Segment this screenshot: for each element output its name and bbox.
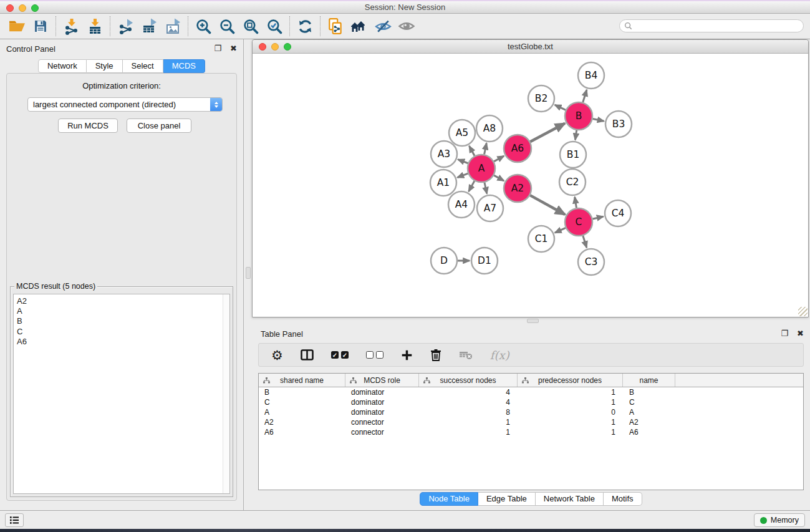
graph-edge[interactable] <box>494 175 504 181</box>
graph-edge[interactable] <box>593 119 604 122</box>
table-row[interactable]: A2 connector 1 1 A2 <box>259 417 803 427</box>
list-item[interactable]: A <box>17 306 229 316</box>
home-button[interactable] <box>347 15 371 37</box>
graph-edge[interactable] <box>555 228 566 233</box>
table-row[interactable]: C dominator 4 1 C <box>259 397 803 407</box>
graph-edge[interactable] <box>494 156 504 162</box>
delete-column-button[interactable] <box>430 349 441 361</box>
tab-style[interactable]: Style <box>87 59 123 73</box>
window-resize-grip[interactable] <box>798 307 808 316</box>
table-settings-button[interactable]: ⚙ <box>271 349 283 362</box>
birds-eye-view-button[interactable] <box>395 15 418 37</box>
list-item[interactable]: A2 <box>17 296 229 306</box>
graph-edge[interactable] <box>575 130 576 140</box>
open-session-button[interactable] <box>5 15 29 37</box>
task-history-button[interactable] <box>5 513 24 527</box>
eye-icon <box>398 20 415 32</box>
graph-edge[interactable] <box>583 90 587 102</box>
zoom-selected-button[interactable] <box>263 15 286 37</box>
graph-edge[interactable] <box>592 216 603 219</box>
search-input[interactable] <box>635 22 803 31</box>
graph-edge[interactable] <box>555 105 566 110</box>
float-panel-icon[interactable]: ❐ <box>214 44 221 53</box>
table-row[interactable]: A dominator 8 0 A <box>259 407 803 417</box>
close-panel-icon[interactable]: ✖ <box>230 44 237 53</box>
tab-edge-table[interactable]: Edge Table <box>478 492 536 506</box>
graph-edge[interactable] <box>485 143 487 155</box>
hide-graphics-details-button[interactable] <box>371 15 395 37</box>
table-row[interactable]: B dominator 4 1 B <box>259 387 803 397</box>
table-row[interactable]: A6 connector 1 1 A6 <box>259 427 803 437</box>
graph-edge[interactable] <box>530 123 565 142</box>
criterion-dropdown[interactable]: largest connected component (directed) <box>27 97 223 112</box>
list-item[interactable]: C <box>17 327 229 337</box>
column-header-shared-name[interactable]: shared name <box>259 374 345 387</box>
export-network-button[interactable] <box>113 15 137 37</box>
toolbar-separator <box>55 16 56 36</box>
graph-edge[interactable] <box>485 182 487 193</box>
search-field[interactable] <box>619 19 804 32</box>
plus-icon <box>401 349 413 361</box>
network-window-titlebar[interactable]: testGlobe.txt <box>253 40 808 54</box>
graph-node-label: B1 <box>567 149 580 160</box>
list-item[interactable]: A6 <box>17 337 229 347</box>
window-controls <box>6 4 39 12</box>
graph-node-label: A3 <box>438 148 450 160</box>
column-header-successor-nodes[interactable]: successor nodes <box>419 374 518 387</box>
zoom-view-button[interactable] <box>284 43 291 51</box>
horizontal-splitter-handle[interactable] <box>527 319 539 323</box>
graph-edge[interactable] <box>583 236 587 248</box>
run-mcds-button[interactable]: Run MCDS <box>58 118 118 133</box>
import-network-button[interactable] <box>59 15 83 37</box>
close-window-button[interactable] <box>6 4 14 12</box>
close-panel-button[interactable]: Close panel <box>127 118 191 133</box>
create-column-button[interactable] <box>401 349 413 361</box>
close-panel-icon[interactable]: ✖ <box>797 329 804 338</box>
tab-node-table[interactable]: Node Table <box>420 492 478 506</box>
graph-edge[interactable] <box>575 197 577 208</box>
zoom-fit-button[interactable] <box>239 15 263 37</box>
tab-network-table[interactable]: Network Table <box>536 492 604 506</box>
unselect-all-columns-button[interactable] <box>366 351 383 359</box>
mcds-result-list[interactable]: A2 A B C A6 <box>13 294 230 494</box>
table-toolbar: ⚙ ✓ ✓ <box>258 343 804 367</box>
zoom-out-button[interactable] <box>215 15 239 37</box>
graph-edge[interactable] <box>469 181 475 191</box>
graph-edge[interactable] <box>457 173 468 177</box>
list-scrollbar[interactable] <box>223 294 229 493</box>
vertical-splitter-handle[interactable] <box>246 267 251 279</box>
zoom-window-button[interactable] <box>31 4 39 12</box>
tab-network[interactable]: Network <box>38 59 87 73</box>
export-image-button[interactable] <box>161 15 185 37</box>
show-columns-button[interactable] <box>301 349 314 360</box>
graph-edge[interactable] <box>530 195 565 215</box>
save-session-button[interactable] <box>29 15 52 37</box>
graph-edge[interactable] <box>458 160 468 163</box>
select-all-columns-button[interactable]: ✓ ✓ <box>331 351 349 359</box>
float-panel-icon[interactable]: ❐ <box>781 329 788 338</box>
delete-table-button[interactable] <box>459 351 473 360</box>
tab-motifs[interactable]: Motifs <box>604 492 642 506</box>
criterion-value: largest connected component (directed) <box>28 100 210 109</box>
export-table-button[interactable] <box>137 15 161 37</box>
zoom-in-button[interactable] <box>191 15 215 37</box>
close-view-button[interactable] <box>259 43 266 51</box>
new-network-from-selection-button[interactable] <box>324 15 347 37</box>
column-header-name[interactable]: name <box>623 374 675 387</box>
tab-mcds[interactable]: MCDS <box>163 59 205 73</box>
network-canvas[interactable]: AA1A2A3A4A5A6A7A8BB1B2B3B4CC1C2C3C4DD1 <box>253 54 808 317</box>
tab-select[interactable]: Select <box>123 59 163 73</box>
import-table-button[interactable] <box>83 15 107 37</box>
memory-button[interactable]: Memory <box>754 513 805 527</box>
minimize-view-button[interactable] <box>271 43 279 51</box>
export-image-icon <box>165 18 181 35</box>
search-icon <box>624 22 632 30</box>
list-item[interactable]: B <box>17 316 229 326</box>
column-header-predecessor-nodes[interactable]: predecessor nodes <box>518 374 623 387</box>
column-header-mcds-role[interactable]: MCDS role <box>345 374 419 387</box>
function-builder-button[interactable]: f(x) <box>490 349 509 362</box>
minimize-window-button[interactable] <box>19 4 26 12</box>
graph-node-label: A8 <box>483 123 496 134</box>
refresh-layout-button[interactable] <box>293 15 317 37</box>
graph-edge[interactable] <box>469 146 475 156</box>
